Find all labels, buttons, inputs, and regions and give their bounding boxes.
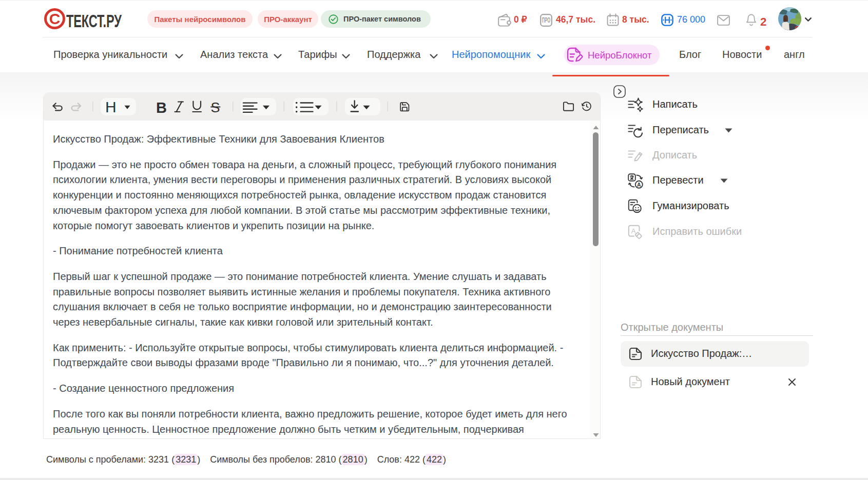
svg-text:B: B [156, 99, 167, 116]
svg-text:C: C [49, 10, 61, 27]
svg-text:A: A [637, 182, 641, 188]
svg-text:S: S [211, 100, 220, 115]
svg-text:ПРО: ПРО [542, 16, 550, 24]
svg-text:H: H [105, 98, 117, 115]
svg-text:A: A [631, 227, 635, 235]
